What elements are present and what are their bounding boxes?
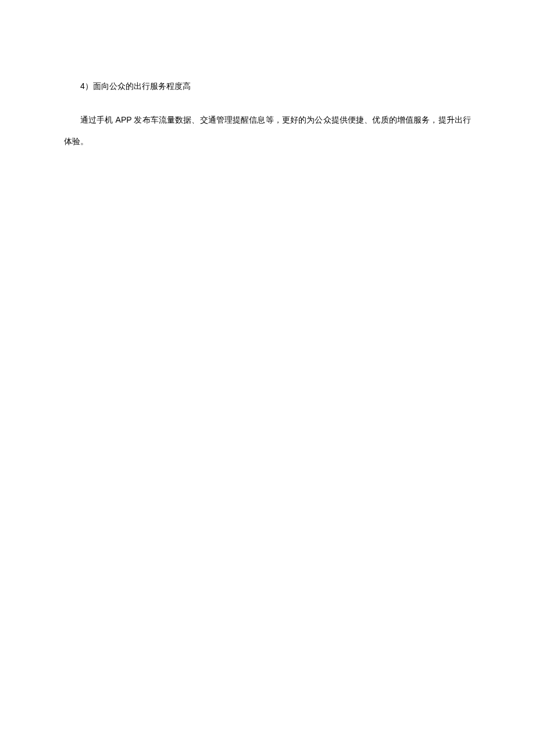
section-heading-4: 4）面向公众的出行服务程度高 [64, 76, 471, 96]
body-paragraph: 通过手机 APP 发布车流量数据、交通管理提醒信息等，更好的为公众提供便捷、优质… [64, 109, 471, 152]
